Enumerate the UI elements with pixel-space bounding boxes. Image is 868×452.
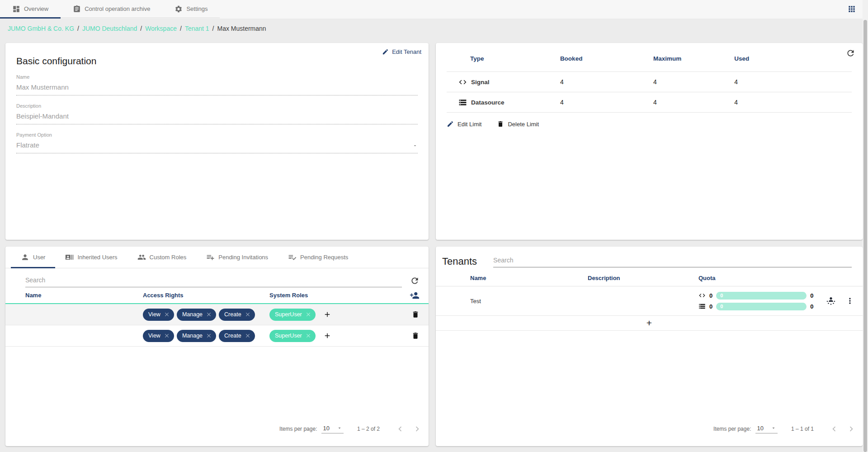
description-value: Beispiel-Mandant (16, 109, 418, 124)
tab-label: Control operation archive (85, 5, 150, 12)
items-per-page-label: Items per page: (279, 426, 317, 432)
column-header-name: Name (470, 275, 588, 281)
trash-icon[interactable] (411, 310, 420, 319)
add-role-icon[interactable] (323, 310, 331, 319)
quota-used-value: 0 (709, 292, 712, 299)
previous-page-icon[interactable] (829, 424, 839, 434)
tab-inherited-users[interactable]: Inherited Users (55, 247, 127, 268)
next-page-icon[interactable] (846, 424, 856, 434)
add-role-icon[interactable] (323, 332, 331, 340)
scrollbar-thumb[interactable] (863, 20, 867, 452)
vertical-scrollbar[interactable] (863, 0, 868, 452)
table-row[interactable]: Test 0 0 0 0 (436, 286, 863, 316)
chip-close-icon[interactable] (305, 311, 311, 318)
apps-grid-icon[interactable] (847, 5, 856, 14)
name-field: Name Max Mustermann (16, 74, 418, 95)
pencil-icon (382, 48, 389, 55)
system-role-chip[interactable]: SuperUser (269, 330, 316, 342)
breadcrumb-link-company[interactable]: JUMO GmbH & Co. KG (8, 25, 74, 32)
access-right-chip[interactable]: Manage (177, 309, 216, 321)
edit-limit-button[interactable]: Edit Limit (447, 120, 481, 128)
field-label: Name (16, 74, 418, 80)
chip-close-icon[interactable] (164, 311, 170, 318)
tab-control-operation-archive[interactable]: Control operation archive (61, 0, 162, 18)
table-row[interactable]: View Manage Create SuperUser (5, 325, 429, 347)
breadcrumb-link-organization[interactable]: JUMO Deutschland (82, 25, 137, 32)
tab-pending-invitations[interactable]: Pending Invitations (196, 247, 278, 268)
storage-icon (698, 303, 706, 310)
assigned-users-icon[interactable] (826, 295, 836, 306)
tab-label: Pending Requests (300, 254, 348, 261)
tab-user[interactable]: User (11, 247, 55, 268)
column-header-quota: Quota (698, 275, 855, 281)
limits-card: Type Booked Maximum Used Signal 4 4 4 Da… (436, 43, 863, 240)
playlist-add-icon (206, 253, 215, 262)
search-input[interactable] (25, 275, 402, 287)
chip-close-icon[interactable] (206, 333, 212, 339)
content-grid: Edit Tenant Basic configuration Name Max… (5, 43, 863, 446)
search-input[interactable] (493, 255, 852, 267)
system-role-chip[interactable]: SuperUser (269, 309, 316, 321)
dashboard-icon (12, 5, 20, 13)
more-vert-icon[interactable] (845, 296, 854, 305)
breadcrumb-link-tenant[interactable]: Tenant 1 (185, 25, 209, 32)
chip-close-icon[interactable] (206, 311, 212, 318)
quota-cell: 0 0 0 0 0 0 (698, 292, 855, 310)
refresh-icon[interactable] (846, 48, 855, 58)
dropdown-caret-icon (771, 425, 776, 431)
breadcrumb-link-workspace[interactable]: Workspace (145, 25, 177, 32)
previous-page-icon[interactable] (395, 424, 405, 434)
person-add-icon[interactable] (410, 290, 420, 300)
tab-custom-roles[interactable]: Custom Roles (127, 247, 197, 268)
breadcrumb-separator: / (140, 25, 142, 32)
column-header-system-roles: System Roles (269, 292, 401, 299)
card-title: Tenants (442, 256, 477, 267)
refresh-icon[interactable] (410, 276, 420, 285)
table-row[interactable]: View Manage Create SuperUser (5, 304, 429, 325)
access-right-chip[interactable]: Create (219, 330, 255, 342)
tab-label: User (33, 254, 45, 261)
column-header-booked: Booked (560, 55, 653, 62)
access-right-chip[interactable]: Create (219, 309, 255, 321)
chip-close-icon[interactable] (164, 333, 170, 339)
tab-label: Inherited Users (77, 254, 117, 261)
users-search-row (5, 268, 429, 287)
tenants-paginator: Items per page: 10 1 – 1 of 1 (436, 424, 863, 446)
access-right-chip[interactable]: View (143, 309, 174, 321)
page-size-select[interactable]: 10 (755, 425, 777, 433)
tenants-header-row: Tenants (436, 247, 863, 267)
quota-used-value: 0 (709, 303, 712, 310)
column-header-access-rights: Access Rights (143, 292, 269, 299)
tab-pending-requests[interactable]: Pending Requests (278, 247, 358, 268)
quota-max-value: 0 (810, 292, 813, 299)
delete-limit-label: Delete Limit (508, 121, 539, 128)
table-row-signal[interactable]: Signal 4 4 4 (447, 72, 852, 92)
basic-configuration-card: Edit Tenant Basic configuration Name Max… (5, 43, 429, 240)
table-row-datasource[interactable]: Datasource 4 4 4 (447, 92, 852, 113)
chip-close-icon[interactable] (245, 333, 251, 339)
chip-close-icon[interactable] (245, 311, 251, 318)
tab-overview[interactable]: Overview (0, 0, 61, 18)
users-paginator: Items per page: 10 1 – 2 of 2 (5, 424, 429, 446)
next-page-icon[interactable] (412, 424, 422, 434)
chip-close-icon[interactable] (305, 333, 311, 339)
tenants-card: Tenants Name Description Quota Test 0 0 (436, 247, 863, 446)
edit-tenant-button[interactable]: Edit Tenant (382, 48, 421, 55)
add-tenant-button[interactable]: + (436, 316, 863, 331)
playlist-check-icon (288, 253, 297, 262)
trash-icon[interactable] (411, 332, 420, 340)
access-right-chip[interactable]: View (143, 330, 174, 342)
maximum-value: 4 (653, 78, 734, 86)
limit-type-label: Datasource (471, 99, 505, 106)
dropdown-caret-icon (412, 143, 418, 148)
trash-icon (497, 120, 504, 128)
tab-label: Overview (24, 5, 48, 12)
page-size-select[interactable]: 10 (321, 425, 343, 433)
column-header-type: Type (447, 55, 560, 62)
access-right-chip[interactable]: Manage (177, 330, 216, 342)
tab-settings[interactable]: Settings (162, 0, 220, 18)
payment-option-select[interactable]: Flatrate (16, 138, 418, 153)
delete-limit-button[interactable]: Delete Limit (497, 120, 539, 128)
system-roles-chips: SuperUser (269, 309, 401, 321)
breadcrumb-separator: / (180, 25, 182, 32)
